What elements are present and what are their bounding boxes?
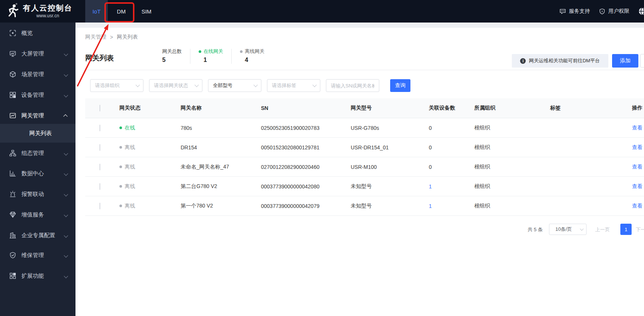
add-gateway-button[interactable]: 添加 <box>612 54 638 68</box>
linked-device-count-link[interactable]: 1 <box>429 203 432 209</box>
sidebar-item-label: 扩展功能 <box>21 272 44 280</box>
chevron-down-icon <box>64 273 67 279</box>
next-page-button[interactable]: 下一页 <box>636 226 644 233</box>
linked-device-count: 0 <box>429 125 432 131</box>
search-button[interactable]: 查询 <box>390 79 410 92</box>
col-header-tag: 标签 <box>550 105 561 111</box>
view-link[interactable]: 查看 <box>632 164 642 170</box>
secondary-button-cut-off[interactable] <box>640 54 644 68</box>
chevron-down-icon <box>64 232 67 239</box>
tag-select[interactable]: 请选择标签 <box>267 79 320 92</box>
gateway-sn: 00037739000000042080 <box>261 184 320 190</box>
overview-icon <box>9 30 16 36</box>
gateway-stats: 网关总数 5 在线网关 1 离线网关 4 <box>162 48 264 64</box>
stat-online: 在线网关 1 <box>199 48 223 64</box>
breadcrumb: 网关管理 > 网关列表 <box>85 34 138 41</box>
sidebar-item-alarm-linkage[interactable]: 报警联动 <box>0 185 75 203</box>
sidebar-item-label: 企业专属配置 <box>21 232 55 239</box>
language-globe-icon[interactable] <box>638 7 644 15</box>
content-top-strip <box>75 23 644 28</box>
view-link[interactable]: 查看 <box>632 203 642 209</box>
chevron-down-icon <box>64 150 67 156</box>
sidebar-item-device-mgmt[interactable]: 设备管理 <box>0 86 75 104</box>
gateway-status-select[interactable]: 请选择网关状态 <box>149 79 202 92</box>
breadcrumb-parent[interactable]: 网关管理 <box>85 34 106 41</box>
sidebar-item-value-added-services[interactable]: 增值服务 <box>0 205 75 224</box>
logo-title: 有人云控制台 <box>23 3 72 12</box>
offline-dot-icon <box>119 185 122 188</box>
gateway-model: 未知型号 <box>351 203 372 209</box>
chevron-down-icon <box>64 92 67 98</box>
gateway-org: 根组织 <box>474 125 490 131</box>
online-dot-icon <box>119 126 122 129</box>
row-checkbox[interactable] <box>100 184 100 190</box>
gateway-table: 网关状态 网关名称 SN 网关型号 关联设备数 所属组织 标签 操作 在线 78… <box>85 98 644 216</box>
sidebar-item-scene-mgmt[interactable]: 场景管理 <box>0 65 75 84</box>
breadcrumb-separator: > <box>110 34 113 40</box>
select-all-checkbox[interactable] <box>100 105 100 111</box>
tab-sim[interactable]: SIM <box>135 0 158 23</box>
sidebar-item-data-center[interactable]: 数据中心 <box>0 164 75 183</box>
chevron-down-icon <box>195 83 199 87</box>
sidebar-item-enterprise-config[interactable]: 企业专属配置 <box>0 226 75 245</box>
sidebar-item-label: 组态管理 <box>21 150 44 157</box>
view-link[interactable]: 查看 <box>632 144 642 151</box>
dm-platform-notice: i 网关运维相关功能可前往DM平台 <box>512 54 608 68</box>
sn-search-input[interactable] <box>326 79 379 92</box>
configuration-icon <box>9 150 16 156</box>
sidebar-item-configuration-mgmt[interactable]: 组态管理 <box>0 144 75 163</box>
sidebar-item-gateway-list[interactable]: 网关列表 <box>0 124 75 143</box>
row-checkbox[interactable] <box>100 164 100 170</box>
chevron-down-icon <box>64 212 67 218</box>
data-center-icon <box>9 170 16 177</box>
sidebar-item-overview[interactable]: 概览 <box>0 24 75 42</box>
sidebar-item-gateway-mgmt[interactable]: 网关管理 <box>0 106 75 125</box>
org-select[interactable]: 请选择组织 <box>90 79 143 92</box>
offline-dot-icon <box>119 205 122 207</box>
row-checkbox[interactable] <box>100 144 100 150</box>
view-link[interactable]: 查看 <box>632 183 642 190</box>
chevron-down-icon <box>312 83 317 87</box>
page-number-1[interactable]: 1 <box>620 224 632 235</box>
model-select[interactable]: 全部型号 <box>208 79 261 92</box>
sidebar-item-maintenance-mgmt[interactable]: 维保管理 <box>0 246 75 265</box>
gateway-model: USR-G780s <box>351 125 379 131</box>
chat-bubble-icon <box>560 8 566 15</box>
table-row: 在线 780s 02500523051900020783 USR-G780s 0… <box>85 118 644 138</box>
stat-total: 网关总数 5 <box>162 48 182 64</box>
gateway-org: 根组织 <box>474 183 490 190</box>
gateway-icon <box>9 112 16 119</box>
view-link[interactable]: 查看 <box>632 125 642 131</box>
table-row: 离线 未命名_网关名称_47 02700122082900020460 USR-… <box>85 157 644 177</box>
prev-page-button[interactable]: 上一页 <box>595 226 610 233</box>
sidebar-subitem-label: 网关列表 <box>29 130 52 137</box>
stat-online-label: 在线网关 <box>199 48 223 55</box>
row-checkbox[interactable] <box>100 203 100 209</box>
user-permission-label: 用户权限 <box>608 8 629 15</box>
gateway-status: 离线 <box>119 164 135 170</box>
sidebar: 概览 大屏管理 场景管理 设备管理 网关管理 网关列表 组态管理 <box>0 23 75 316</box>
tab-dm[interactable]: DM <box>109 0 133 23</box>
gateway-sn: 02700122082900020460 <box>261 164 320 170</box>
tab-iot[interactable]: IoT <box>85 0 108 23</box>
sidebar-item-label: 增值服务 <box>21 211 44 218</box>
linked-device-count-link[interactable]: 1 <box>429 184 432 190</box>
page-size-select[interactable]: 10条/页 <box>549 224 587 235</box>
gateway-sn: 00037739000000042079 <box>261 203 320 209</box>
sidebar-item-label: 大屏管理 <box>21 50 44 57</box>
gateway-status: 离线 <box>119 203 135 209</box>
col-header-status: 网关状态 <box>119 105 140 111</box>
user-permission-menu[interactable]: 用户权限 <box>599 8 629 15</box>
table-row: 离线 DR154 00501523020800129781 USR-DR154_… <box>85 138 644 157</box>
row-checkbox[interactable] <box>100 125 100 131</box>
gateway-org: 根组织 <box>474 164 490 170</box>
gateway-sn: 00501523020800129781 <box>261 144 320 150</box>
col-header-action: 操作 <box>632 105 642 111</box>
device-icon <box>9 92 16 98</box>
sidebar-item-screen-mgmt[interactable]: 大屏管理 <box>0 44 75 63</box>
value-service-icon <box>9 211 16 218</box>
sidebar-item-label: 网关管理 <box>21 112 44 119</box>
logo[interactable]: 有人云控制台 www.usr.cn <box>5 3 72 19</box>
service-support-menu[interactable]: 服务支持 <box>560 8 590 15</box>
sidebar-item-extensions[interactable]: 扩展功能 <box>0 266 75 285</box>
